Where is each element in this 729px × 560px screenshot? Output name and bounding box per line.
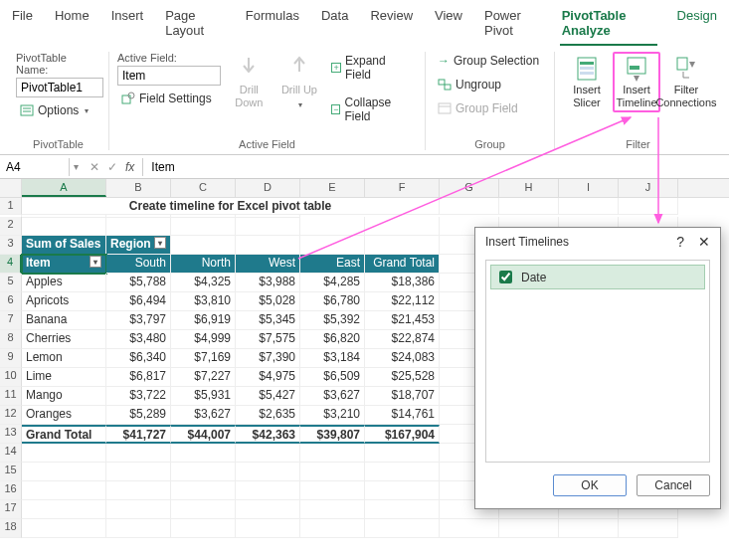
pivot-value[interactable]: $7,169 (171, 349, 236, 368)
date-checkbox[interactable] (499, 271, 512, 283)
col-header[interactable]: E (300, 179, 365, 197)
cell[interactable] (236, 519, 300, 538)
pivot-value[interactable]: $3,810 (171, 292, 236, 311)
pivot-measure-label[interactable]: Sum of Sales (22, 236, 106, 255)
tab-review[interactable]: Review (368, 4, 415, 46)
pivot-value[interactable]: $25,528 (365, 368, 440, 387)
chevron-down-icon[interactable]: ▾ (70, 161, 82, 172)
pivot-value[interactable]: $14,761 (365, 406, 440, 425)
pivot-value[interactable]: $4,999 (171, 330, 236, 349)
drill-down-button[interactable]: Drill Down (227, 52, 272, 110)
cell[interactable] (106, 444, 171, 463)
select-all-corner[interactable] (0, 179, 22, 197)
timeline-field-date[interactable]: Date (490, 265, 705, 289)
cell[interactable] (440, 198, 499, 215)
pivot-row-field[interactable]: Item ▾ (22, 255, 106, 274)
activefield-input[interactable] (117, 66, 221, 86)
pivot-col-header[interactable]: West (236, 255, 300, 274)
row-header[interactable]: 13 (0, 425, 22, 444)
pivot-value[interactable]: $4,325 (171, 274, 236, 292)
name-box[interactable] (0, 158, 70, 176)
cell[interactable] (236, 481, 300, 500)
pivot-value[interactable]: $5,289 (106, 406, 171, 425)
pivot-value[interactable]: $18,386 (365, 274, 440, 292)
pivot-value[interactable]: $3,988 (236, 274, 300, 292)
cancel-button[interactable]: Cancel (637, 474, 710, 496)
pivot-col-header[interactable]: Grand Total (365, 255, 440, 274)
cell[interactable] (171, 444, 236, 463)
cancel-icon[interactable]: ✕ (90, 160, 99, 174)
pivot-value[interactable]: $24,083 (365, 349, 440, 368)
field-settings-button[interactable]: Field Settings (117, 90, 221, 107)
cell[interactable] (300, 463, 365, 481)
cell[interactable] (236, 236, 300, 255)
cell[interactable] (236, 500, 300, 519)
drill-up-button[interactable]: Drill Up▾ (277, 52, 322, 111)
cell[interactable] (22, 481, 106, 500)
pivot-grand-total-value[interactable]: $167,904 (365, 425, 440, 444)
cell[interactable] (171, 519, 236, 538)
pivot-value[interactable]: $6,817 (106, 368, 171, 387)
row-header[interactable]: 10 (0, 368, 22, 387)
cell[interactable] (365, 463, 440, 481)
cell[interactable] (365, 217, 440, 236)
cell[interactable] (365, 444, 440, 463)
cell[interactable] (171, 236, 236, 255)
cell[interactable] (365, 500, 440, 519)
ungroup-button[interactable]: Ungroup (434, 76, 546, 93)
row-header[interactable]: 17 (0, 500, 22, 519)
pivot-value[interactable]: $5,028 (236, 292, 300, 311)
pivot-value[interactable]: $6,340 (106, 349, 171, 368)
tab-design[interactable]: Design (675, 4, 719, 46)
cell[interactable] (171, 481, 236, 500)
pivot-grand-total-value[interactable]: $39,807 (300, 425, 365, 444)
row-header[interactable]: 6 (0, 292, 22, 311)
pivot-value[interactable]: $3,627 (171, 406, 236, 425)
row-header[interactable]: 18 (0, 519, 22, 538)
pivot-value[interactable]: $2,635 (236, 406, 300, 425)
collapse-field-button[interactable]: − Collapse Field (327, 93, 417, 125)
chevron-down-icon[interactable]: ▾ (154, 237, 166, 249)
cell[interactable] (106, 519, 171, 538)
cell[interactable] (236, 463, 300, 481)
ok-button[interactable]: OK (553, 474, 627, 496)
cell[interactable] (559, 198, 619, 215)
chevron-down-icon[interactable]: ▾ (90, 256, 101, 268)
tab-home[interactable]: Home (53, 4, 91, 46)
fx-icon[interactable]: fx (125, 160, 134, 174)
pivot-value[interactable]: $4,975 (236, 368, 300, 387)
group-selection-button[interactable]: → Group Selection (434, 52, 546, 70)
pivot-row-label[interactable]: Apricots (22, 292, 106, 311)
pivot-value[interactable]: $18,707 (365, 387, 440, 406)
pivot-value[interactable]: $5,931 (171, 387, 236, 406)
pivot-value[interactable]: $3,627 (300, 387, 365, 406)
help-icon[interactable]: ? (676, 234, 684, 250)
tab-pivottable-analyze[interactable]: PivotTable Analyze (560, 4, 657, 46)
cell[interactable] (365, 481, 440, 500)
col-header[interactable]: I (559, 179, 619, 197)
cell[interactable] (619, 198, 678, 215)
cell[interactable] (236, 444, 300, 463)
pivot-col-header[interactable]: North (171, 255, 236, 274)
pivot-grand-total-value[interactable]: $42,363 (236, 425, 300, 444)
cell[interactable] (300, 236, 365, 255)
cell[interactable] (619, 519, 678, 538)
pivot-value[interactable]: $6,509 (300, 368, 365, 387)
row-header[interactable]: 2 (0, 217, 22, 236)
insert-timeline-button[interactable]: Insert Timeline (613, 52, 660, 112)
cell[interactable] (300, 519, 365, 538)
pivot-value[interactable]: $6,820 (300, 330, 365, 349)
col-header[interactable]: H (499, 179, 559, 197)
cell[interactable] (106, 500, 171, 519)
cell[interactable] (300, 217, 365, 236)
row-header[interactable]: 15 (0, 463, 22, 481)
cell[interactable] (22, 217, 106, 236)
row-header[interactable]: 5 (0, 274, 22, 292)
pivot-value[interactable]: $4,285 (300, 274, 365, 292)
close-icon[interactable]: ✕ (698, 234, 710, 250)
row-header[interactable]: 3 (0, 236, 22, 255)
pivot-col-header[interactable]: East (300, 255, 365, 274)
row-header[interactable]: 11 (0, 387, 22, 406)
pivot-grand-total-label[interactable]: Grand Total (22, 425, 106, 444)
row-header[interactable]: 8 (0, 330, 22, 349)
